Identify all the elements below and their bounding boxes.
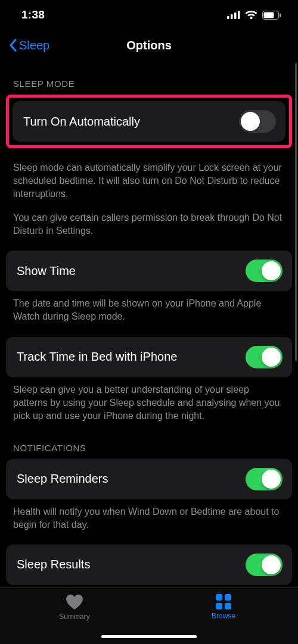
row-turn-on-automatically[interactable]: Turn On Automatically xyxy=(13,101,285,142)
heart-icon xyxy=(66,594,83,610)
row-label: Show Time xyxy=(17,264,76,278)
section-header-sleep-mode: SLEEP MODE xyxy=(0,79,298,95)
tab-summary[interactable]: Summary xyxy=(0,594,149,621)
tab-browse[interactable]: Browse xyxy=(149,594,298,620)
svg-rect-10 xyxy=(225,603,231,609)
row-label: Track Time in Bed with iPhone xyxy=(17,350,177,364)
caption-text: Sleep can give you a better understandin… xyxy=(0,377,298,423)
svg-rect-7 xyxy=(216,594,222,601)
caption-text: The date and time will be shown on your … xyxy=(0,291,298,323)
row-sleep-reminders[interactable]: Sleep Reminders xyxy=(6,459,292,499)
svg-rect-2 xyxy=(234,12,237,19)
row-label: Turn On Automatically xyxy=(23,115,140,129)
battery-icon xyxy=(262,11,281,20)
tab-label: Browse xyxy=(212,612,235,620)
svg-rect-5 xyxy=(264,12,274,18)
tab-bar: Summary Browse xyxy=(0,587,298,644)
back-button[interactable]: Sleep xyxy=(8,38,49,52)
section-header-notifications: NOTIFICATIONS xyxy=(0,443,298,459)
svg-rect-1 xyxy=(231,14,233,19)
switch-sleep-results[interactable] xyxy=(246,554,283,576)
status-right xyxy=(227,11,281,20)
content-scroll[interactable]: SLEEP MODE Turn On Automatically Sleep m… xyxy=(0,61,298,587)
tab-label: Summary xyxy=(59,612,89,621)
switch-turn-on-automatically[interactable] xyxy=(239,110,276,133)
back-label: Sleep xyxy=(19,39,49,52)
grid-icon xyxy=(216,594,231,609)
caption-text: You can give certain callers permission … xyxy=(0,201,298,237)
svg-rect-3 xyxy=(238,11,240,19)
content-inner: SLEEP MODE Turn On Automatically Sleep m… xyxy=(0,61,298,587)
home-indicator[interactable] xyxy=(101,635,197,638)
svg-rect-0 xyxy=(227,16,229,19)
row-label: Sleep Results xyxy=(17,558,90,571)
highlighted-row-frame: Turn On Automatically xyxy=(6,95,292,148)
svg-rect-6 xyxy=(280,13,281,17)
scroll-indicator[interactable] xyxy=(295,63,297,361)
switch-show-time[interactable] xyxy=(246,260,283,282)
wifi-icon xyxy=(245,11,257,20)
caption-text: Health will notify you when Wind Down or… xyxy=(0,499,298,532)
chevron-left-icon xyxy=(8,38,18,52)
switch-track-time-in-bed[interactable] xyxy=(246,346,283,368)
caption-text: Sleep mode can automatically simplify yo… xyxy=(0,155,298,201)
screen: 1:38 xyxy=(0,0,298,644)
cellular-icon xyxy=(227,11,240,19)
page-title: Options xyxy=(126,39,172,52)
svg-rect-9 xyxy=(216,603,222,609)
svg-rect-8 xyxy=(225,594,231,601)
row-show-time[interactable]: Show Time xyxy=(6,251,292,291)
switch-sleep-reminders[interactable] xyxy=(246,468,283,490)
row-label: Sleep Reminders xyxy=(17,472,108,486)
status-time: 1:38 xyxy=(21,8,45,21)
row-track-time-in-bed[interactable]: Track Time in Bed with iPhone xyxy=(6,337,292,377)
row-sleep-results[interactable]: Sleep Results xyxy=(6,545,292,585)
nav-bar: Sleep Options xyxy=(0,30,298,61)
status-bar: 1:38 xyxy=(0,0,298,30)
